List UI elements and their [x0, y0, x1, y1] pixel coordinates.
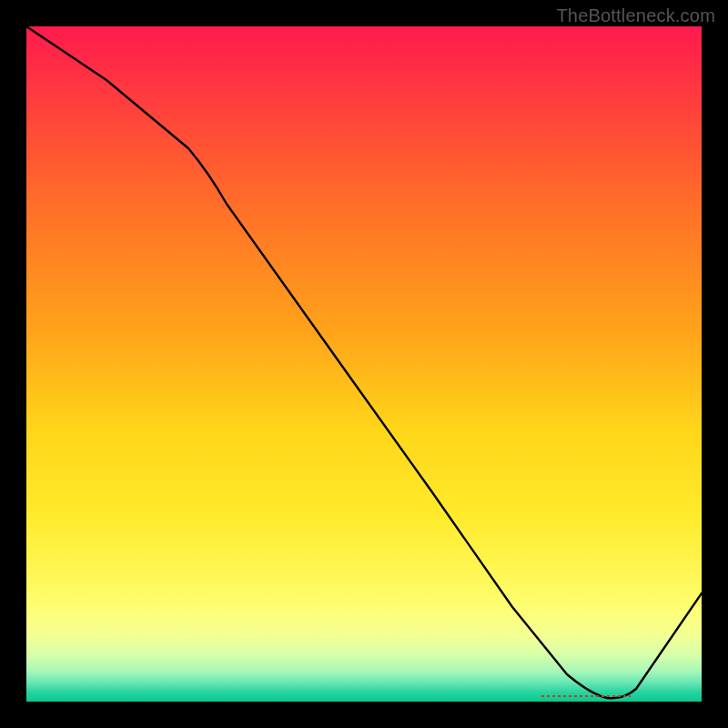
chart-stage: TheBottleneck.com [0, 0, 728, 728]
curve-layer [26, 26, 702, 702]
attribution-label: TheBottleneck.com [556, 5, 715, 26]
plot-area [26, 26, 702, 702]
bottleneck-curve-path [26, 26, 702, 698]
